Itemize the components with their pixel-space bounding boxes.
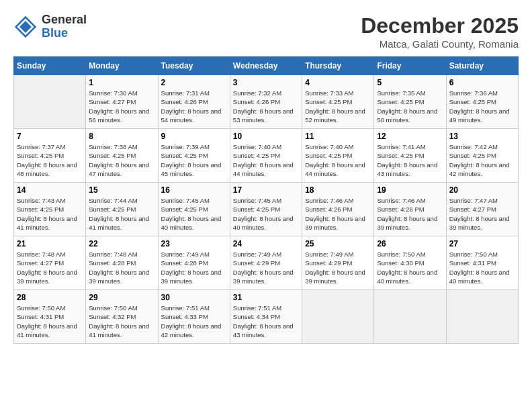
calendar-cell: 3Sunrise: 7:32 AMSunset: 4:26 PMDaylight… [230, 75, 302, 129]
calendar-table: SundayMondayTuesdayWednesdayThursdayFrid… [13, 56, 519, 344]
day-info: Sunrise: 7:51 AMSunset: 4:33 PMDaylight:… [161, 304, 227, 339]
day-number: 19 [377, 185, 443, 195]
day-info: Sunrise: 7:50 AMSunset: 4:31 PMDaylight:… [449, 250, 515, 285]
day-info: Sunrise: 7:47 AMSunset: 4:27 PMDaylight:… [449, 196, 515, 232]
calendar-cell: 2Sunrise: 7:31 AMSunset: 4:26 PMDaylight… [158, 75, 230, 129]
calendar-cell [374, 290, 446, 344]
day-info: Sunrise: 7:31 AMSunset: 4:26 PMDaylight:… [161, 89, 227, 124]
calendar-cell [14, 75, 86, 129]
day-number: 4 [305, 78, 371, 87]
day-info: Sunrise: 7:45 AMSunset: 4:25 PMDaylight:… [161, 196, 227, 232]
calendar-cell: 21Sunrise: 7:48 AMSunset: 4:27 PMDayligh… [14, 236, 86, 290]
logo-general: General [42, 13, 87, 27]
logo: General Blue [13, 13, 87, 40]
day-info: Sunrise: 7:41 AMSunset: 4:25 PMDaylight:… [377, 142, 443, 178]
calendar-cell: 19Sunrise: 7:46 AMSunset: 4:26 PMDayligh… [374, 183, 446, 236]
calendar-cell [446, 290, 518, 344]
calendar-cell: 29Sunrise: 7:50 AMSunset: 4:32 PMDayligh… [86, 290, 158, 344]
day-number: 21 [17, 239, 83, 248]
week-row-2: 7Sunrise: 7:37 AMSunset: 4:25 PMDaylight… [14, 129, 519, 183]
subtitle: Matca, Galati County, Romania [361, 38, 519, 50]
calendar-body: 1Sunrise: 7:30 AMSunset: 4:27 PMDaylight… [14, 75, 519, 344]
calendar-cell: 13Sunrise: 7:42 AMSunset: 4:25 PMDayligh… [446, 129, 518, 183]
calendar-cell: 16Sunrise: 7:45 AMSunset: 4:25 PMDayligh… [158, 183, 230, 236]
logo-icon [13, 15, 38, 39]
day-info: Sunrise: 7:40 AMSunset: 4:25 PMDaylight:… [233, 142, 299, 178]
calendar-cell: 1Sunrise: 7:30 AMSunset: 4:27 PMDaylight… [86, 75, 158, 129]
week-row-1: 1Sunrise: 7:30 AMSunset: 4:27 PMDaylight… [14, 75, 519, 129]
day-number: 11 [305, 132, 371, 141]
day-number: 12 [377, 132, 443, 141]
day-info: Sunrise: 7:50 AMSunset: 4:32 PMDaylight:… [89, 304, 154, 339]
day-number: 3 [233, 78, 299, 87]
calendar-cell: 25Sunrise: 7:49 AMSunset: 4:29 PMDayligh… [302, 236, 374, 290]
day-info: Sunrise: 7:49 AMSunset: 4:29 PMDaylight:… [233, 250, 299, 285]
day-number: 23 [161, 239, 227, 248]
calendar-cell: 9Sunrise: 7:39 AMSunset: 4:25 PMDaylight… [158, 129, 230, 183]
day-info: Sunrise: 7:44 AMSunset: 4:25 PMDaylight:… [89, 196, 154, 232]
day-number: 24 [233, 239, 299, 248]
calendar-cell: 31Sunrise: 7:51 AMSunset: 4:34 PMDayligh… [230, 290, 302, 344]
calendar-cell: 15Sunrise: 7:44 AMSunset: 4:25 PMDayligh… [86, 183, 158, 236]
title-area: December 2025 Matca, Galati County, Roma… [361, 13, 519, 50]
day-number: 2 [161, 78, 227, 87]
day-info: Sunrise: 7:50 AMSunset: 4:30 PMDaylight:… [377, 250, 443, 285]
calendar-cell: 26Sunrise: 7:50 AMSunset: 4:30 PMDayligh… [374, 236, 446, 290]
day-info: Sunrise: 7:46 AMSunset: 4:26 PMDaylight:… [377, 196, 443, 232]
day-number: 7 [17, 132, 83, 141]
calendar-cell: 30Sunrise: 7:51 AMSunset: 4:33 PMDayligh… [158, 290, 230, 344]
calendar-cell: 8Sunrise: 7:38 AMSunset: 4:25 PMDaylight… [86, 129, 158, 183]
day-info: Sunrise: 7:49 AMSunset: 4:28 PMDaylight:… [161, 250, 227, 285]
day-info: Sunrise: 7:40 AMSunset: 4:25 PMDaylight:… [305, 142, 371, 178]
header-day-wednesday: Wednesday [230, 57, 302, 75]
day-info: Sunrise: 7:46 AMSunset: 4:26 PMDaylight:… [305, 196, 371, 232]
day-number: 22 [89, 239, 154, 248]
day-number: 9 [161, 132, 227, 141]
day-number: 5 [377, 78, 443, 87]
day-number: 17 [233, 185, 299, 195]
header-row: SundayMondayTuesdayWednesdayThursdayFrid… [14, 57, 519, 75]
calendar-cell: 6Sunrise: 7:36 AMSunset: 4:25 PMDaylight… [446, 75, 518, 129]
calendar-cell: 17Sunrise: 7:45 AMSunset: 4:25 PMDayligh… [230, 183, 302, 236]
calendar-cell: 23Sunrise: 7:49 AMSunset: 4:28 PMDayligh… [158, 236, 230, 290]
day-info: Sunrise: 7:42 AMSunset: 4:25 PMDaylight:… [449, 142, 515, 178]
day-number: 28 [17, 293, 83, 302]
day-number: 29 [89, 293, 154, 302]
day-info: Sunrise: 7:32 AMSunset: 4:26 PMDaylight:… [233, 89, 299, 124]
logo-text: General Blue [42, 13, 87, 40]
calendar-cell: 12Sunrise: 7:41 AMSunset: 4:25 PMDayligh… [374, 129, 446, 183]
header-day-tuesday: Tuesday [158, 57, 230, 75]
calendar-cell: 28Sunrise: 7:50 AMSunset: 4:31 PMDayligh… [14, 290, 86, 344]
day-info: Sunrise: 7:36 AMSunset: 4:25 PMDaylight:… [449, 89, 515, 124]
day-info: Sunrise: 7:49 AMSunset: 4:29 PMDaylight:… [305, 250, 371, 285]
calendar-cell: 4Sunrise: 7:33 AMSunset: 4:25 PMDaylight… [302, 75, 374, 129]
calendar-cell: 10Sunrise: 7:40 AMSunset: 4:25 PMDayligh… [230, 129, 302, 183]
calendar-cell: 5Sunrise: 7:35 AMSunset: 4:25 PMDaylight… [374, 75, 446, 129]
calendar-cell: 18Sunrise: 7:46 AMSunset: 4:26 PMDayligh… [302, 183, 374, 236]
day-info: Sunrise: 7:43 AMSunset: 4:25 PMDaylight:… [17, 196, 83, 232]
day-number: 13 [449, 132, 515, 141]
day-info: Sunrise: 7:30 AMSunset: 4:27 PMDaylight:… [89, 89, 154, 124]
week-row-4: 21Sunrise: 7:48 AMSunset: 4:27 PMDayligh… [14, 236, 519, 290]
header-day-friday: Friday [374, 57, 446, 75]
calendar-cell: 11Sunrise: 7:40 AMSunset: 4:25 PMDayligh… [302, 129, 374, 183]
day-info: Sunrise: 7:48 AMSunset: 4:27 PMDaylight:… [17, 250, 83, 285]
day-number: 31 [233, 293, 299, 302]
day-number: 26 [377, 239, 443, 248]
day-number: 20 [449, 185, 515, 195]
day-number: 10 [233, 132, 299, 141]
calendar-cell: 14Sunrise: 7:43 AMSunset: 4:25 PMDayligh… [14, 183, 86, 236]
header-day-monday: Monday [86, 57, 158, 75]
day-number: 8 [89, 132, 154, 141]
page-header: General Blue December 2025 Matca, Galati… [13, 13, 519, 50]
calendar-cell: 24Sunrise: 7:49 AMSunset: 4:29 PMDayligh… [230, 236, 302, 290]
day-number: 25 [305, 239, 371, 248]
day-info: Sunrise: 7:51 AMSunset: 4:34 PMDaylight:… [233, 304, 299, 339]
day-number: 27 [449, 239, 515, 248]
day-number: 16 [161, 185, 227, 195]
day-info: Sunrise: 7:39 AMSunset: 4:25 PMDaylight:… [161, 142, 227, 178]
day-info: Sunrise: 7:45 AMSunset: 4:25 PMDaylight:… [233, 196, 299, 232]
header-day-sunday: Sunday [14, 57, 86, 75]
logo-blue: Blue [42, 27, 87, 40]
calendar-cell: 20Sunrise: 7:47 AMSunset: 4:27 PMDayligh… [446, 183, 518, 236]
